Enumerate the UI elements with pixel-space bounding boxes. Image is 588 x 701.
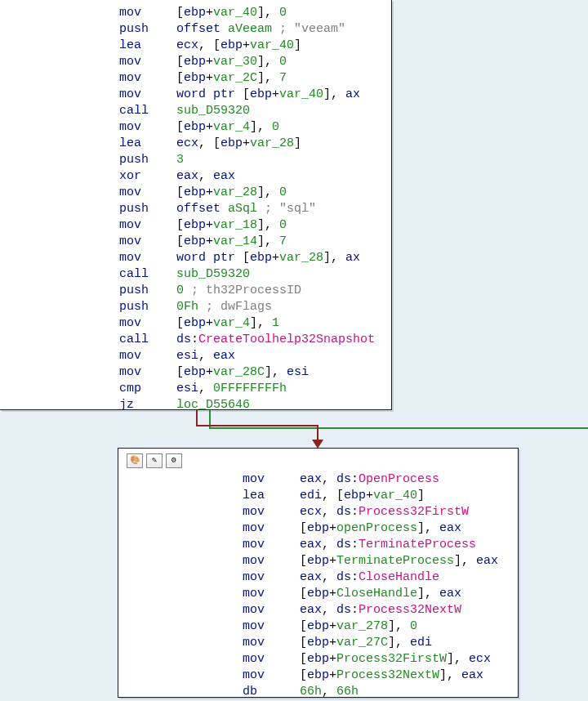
operand-reg: offset [176, 22, 220, 36]
operand-txt: + [329, 554, 336, 568]
operand-lbl: var_40 [279, 87, 323, 101]
operand-lbl: var_4 [213, 316, 250, 330]
operand-reg: ebp [250, 251, 272, 265]
operand-num: 0FFFFFFFFh [213, 382, 287, 395]
operand-num: 0 [176, 284, 184, 297]
operand-reg: ebp [250, 87, 272, 101]
operand-reg: ebp [220, 136, 243, 150]
operand-txt: + [206, 6, 213, 20]
toolbar-color-icon[interactable]: 🎨 [127, 453, 143, 468]
operand-reg: ebp [307, 668, 329, 682]
operand-reg: ebp [307, 554, 329, 568]
mnemonic: mov [119, 217, 176, 234]
asm-line[interactable]: mov[ebp+var_18], 0 [119, 217, 383, 234]
asm-line[interactable]: moveax, ds:TerminateProcess [243, 537, 510, 553]
asm-line[interactable]: mov[ebp+CloseHandle], eax [243, 586, 510, 602]
asm-line[interactable]: mov[ebp+var_14], 7 [119, 234, 383, 250]
asm-line[interactable]: leaedi, [ebp+var_40] [243, 488, 510, 504]
operand-reg: eax [213, 349, 235, 363]
operand-num: 1 [272, 316, 279, 330]
asm-line[interactable]: jzloc_D55646 [119, 397, 383, 413]
operand-lbl: loc_D55646 [176, 398, 250, 412]
asm-line[interactable]: mov[ebp+var_278], 0 [243, 618, 510, 635]
operand-cmt: ; "veeam" [279, 22, 345, 36]
operand-txt: , [ [198, 136, 220, 150]
asm-line[interactable]: db66h, 66h [243, 684, 510, 700]
operand-txt: + [329, 619, 336, 633]
operand-num: 0 [410, 619, 417, 633]
operand-lbl: var_18 [213, 218, 257, 232]
asm-line[interactable]: mov[ebp+var_4], 1 [119, 315, 383, 332]
operand-txt: + [206, 120, 213, 134]
asm-line[interactable]: mov[ebp+var_40], 0 [119, 5, 383, 21]
mnemonic: mov [119, 5, 176, 21]
operand-txt: [ [176, 234, 184, 248]
operand-reg: eax [300, 570, 322, 584]
mnemonic: lea [243, 488, 300, 504]
asm-line[interactable]: mov[ebp+var_28C], esi [119, 364, 383, 381]
operand-num: 3 [176, 153, 184, 167]
asm-line[interactable]: pushoffset aVeeam ; "veeam" [119, 21, 383, 38]
operand-lbl: Process32FirstW [336, 652, 447, 666]
asm-line[interactable]: moveax, ds:Process32NextW [243, 602, 510, 618]
asm-line[interactable]: moveax, ds:OpenProcess [243, 471, 510, 488]
asm-line[interactable]: cmpesi, 0FFFFFFFFh [119, 381, 383, 397]
operand-txt: , [ [198, 38, 220, 52]
asm-line[interactable]: mov[ebp+var_28], 0 [119, 185, 383, 201]
operand-num: 0 [279, 218, 287, 232]
asm-line[interactable]: xoreax, eax [119, 168, 383, 185]
operand-cmt: ; th32ProcessID [191, 284, 301, 297]
asm-line[interactable]: mov[ebp+Process32FirstW], ecx [243, 651, 510, 668]
toolbar-edit-icon[interactable]: ✎ [146, 453, 163, 468]
toolbar-gear-icon[interactable]: ⚙ [166, 453, 182, 468]
operand-reg: ebp [184, 185, 206, 199]
asm-line[interactable]: movecx, ds:Process32FirstW [243, 504, 510, 520]
asm-line[interactable]: pushoffset aSql ; "sql" [119, 201, 383, 217]
asm-line[interactable]: leaecx, [ebp+var_40] [119, 38, 383, 54]
asm-line[interactable]: mov[ebp+var_4], 0 [119, 119, 383, 136]
operand-num: 0Fh [176, 300, 198, 314]
operand-lbl: aSql [228, 202, 257, 216]
asm-line[interactable]: movword ptr [ebp+var_40], ax [119, 87, 383, 103]
asm-line[interactable]: movesi, eax [119, 348, 383, 364]
operand-reg: word ptr [176, 87, 235, 101]
mnemonic: mov [119, 250, 176, 266]
operand-txt: ], [447, 652, 469, 666]
operand-num: 7 [279, 71, 287, 85]
asm-line[interactable]: mov[ebp+var_27C], edi [243, 635, 510, 651]
operand-lbl: var_28 [213, 185, 257, 199]
asm-line[interactable]: moveax, ds:CloseHandle [243, 569, 510, 586]
operand-lbl: var_40 [250, 38, 294, 52]
asm-line[interactable]: callds:CreateToolhelp32Snapshot [119, 332, 383, 348]
asm-line[interactable]: push0Fh ; dwFlags [119, 299, 383, 315]
operand-txt: + [206, 55, 213, 69]
asm-line[interactable]: push3 [119, 152, 383, 168]
asm-line[interactable]: mov[ebp+var_2C], 7 [119, 70, 383, 87]
asm-line[interactable]: push0 ; th32ProcessID [119, 283, 383, 299]
operand-reg: ds [336, 603, 351, 617]
operand-reg: eax [461, 668, 483, 682]
operand-reg: esi [176, 349, 198, 363]
operand-reg: ecx [469, 652, 491, 666]
asm-line[interactable]: mov[ebp+TerminateProcess], eax [243, 553, 510, 569]
operand-reg: eax [300, 538, 322, 551]
asm-line[interactable]: mov[ebp+var_30], 0 [119, 54, 383, 70]
mnemonic: mov [243, 586, 300, 602]
asm-line[interactable]: callsub_D59320 [119, 103, 383, 119]
operand-reg: ebp [184, 218, 206, 232]
operand-txt [220, 202, 228, 216]
mnemonic: mov [119, 315, 176, 332]
operand-lbl: var_278 [336, 619, 388, 633]
operand-txt: + [329, 521, 336, 535]
operand-txt: [ [176, 316, 184, 330]
asm-line[interactable]: mov[ebp+openProcess], eax [243, 520, 510, 537]
mnemonic: call [119, 103, 176, 119]
asm-line[interactable]: callsub_D59320 [119, 266, 383, 283]
operand-txt: ], [257, 185, 279, 199]
asm-line[interactable]: movword ptr [ebp+var_28], ax [119, 250, 383, 266]
asm-line[interactable]: mov[ebp+Process32NextW], eax [243, 668, 510, 684]
operand-num: 0 [272, 120, 279, 134]
asm-line[interactable]: leaecx, [ebp+var_28] [119, 136, 383, 152]
operand-lbl: var_40 [373, 489, 417, 502]
mnemonic: lea [119, 136, 176, 152]
